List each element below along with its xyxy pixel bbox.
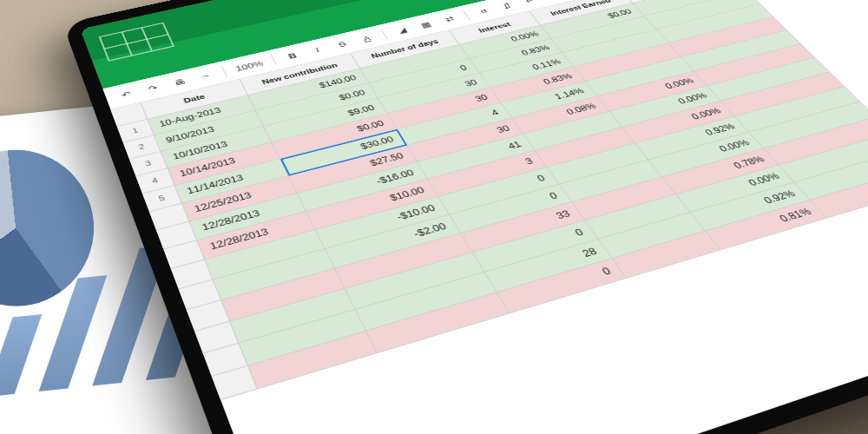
borders-icon[interactable]: ▦ — [416, 18, 436, 31]
scene-root: ↶ ↷ 🖶 ⌢ 100% B I S A ◢ ▦ ⇄ ≡ ⇵ ↵ Date — [0, 0, 868, 434]
strikethrough-button[interactable]: S — [332, 37, 352, 50]
separator — [463, 10, 470, 20]
paint-format-icon[interactable]: ⌢ — [195, 69, 215, 83]
zoom-level[interactable]: 100% — [233, 57, 266, 74]
print-icon[interactable]: 🖶 — [169, 76, 188, 89]
fill-color-icon[interactable]: ◢ — [392, 23, 412, 36]
spreadsheet-app: ↶ ↷ 🖶 ⌢ 100% B I S A ◢ ▦ ⇄ ≡ ⇵ ↵ Date — [80, 0, 868, 434]
separator — [221, 66, 227, 76]
undo-icon[interactable]: ↶ — [116, 88, 135, 102]
text-wrap-icon[interactable]: ↵ — [519, 0, 539, 6]
vertical-align-icon[interactable]: ⇵ — [496, 0, 516, 12]
italic-button[interactable]: I — [307, 43, 327, 56]
separator — [381, 30, 388, 39]
redo-icon[interactable]: ↷ — [143, 82, 162, 95]
bold-button[interactable]: B — [283, 49, 303, 62]
bar — [0, 314, 42, 397]
text-color-button[interactable]: A — [357, 32, 377, 45]
separator — [271, 55, 277, 65]
horizontal-align-icon[interactable]: ≡ — [474, 5, 494, 17]
merge-cells-icon[interactable]: ⇄ — [439, 13, 459, 25]
